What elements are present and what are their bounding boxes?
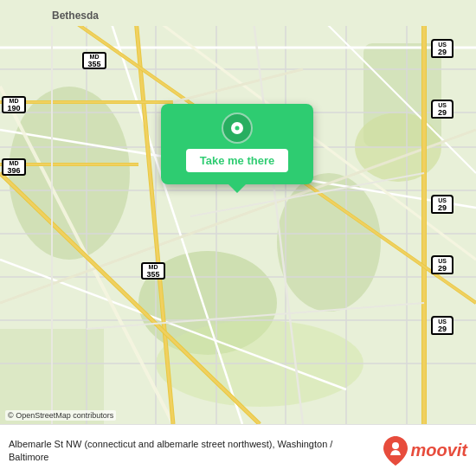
shield-md396: MD 396 xyxy=(2,158,26,176)
shield-us29-1: US 29 xyxy=(431,39,453,58)
svg-point-49 xyxy=(392,442,399,449)
shield-us29-4: US 29 xyxy=(431,255,453,274)
shield-md355-1: MD 355 xyxy=(82,52,106,69)
svg-point-3 xyxy=(277,173,381,312)
pin-dot xyxy=(231,122,243,134)
shield-md190: MD 190 xyxy=(2,96,26,113)
location-name: Albemarle St NW (connecticut and albemar… xyxy=(9,438,375,464)
shield-us29-3: US 29 xyxy=(431,195,453,214)
shield-md355-2: MD 355 xyxy=(141,262,165,280)
map-container: Bethesda US 29 US 29 US 29 US 29 US 29 xyxy=(0,0,476,424)
shield-us29-5: US 29 xyxy=(431,316,453,335)
map-svg: Bethesda xyxy=(0,0,476,424)
popup-card: Take me there xyxy=(161,104,313,184)
svg-text:Bethesda: Bethesda xyxy=(52,10,99,22)
moovit-brand-text: moovit xyxy=(410,441,467,460)
location-pin-icon xyxy=(222,113,253,144)
footer: Albemarle St NW (connecticut and albemar… xyxy=(0,424,476,476)
moovit-pin-icon xyxy=(383,436,408,466)
take-me-there-button[interactable]: Take me there xyxy=(186,149,288,172)
moovit-logo: moovit xyxy=(383,436,467,466)
osm-credit: © OpenStreetMap contributors xyxy=(5,410,116,421)
footer-text: Albemarle St NW (connecticut and albemar… xyxy=(9,438,375,464)
shield-us29-2: US 29 xyxy=(431,100,453,119)
